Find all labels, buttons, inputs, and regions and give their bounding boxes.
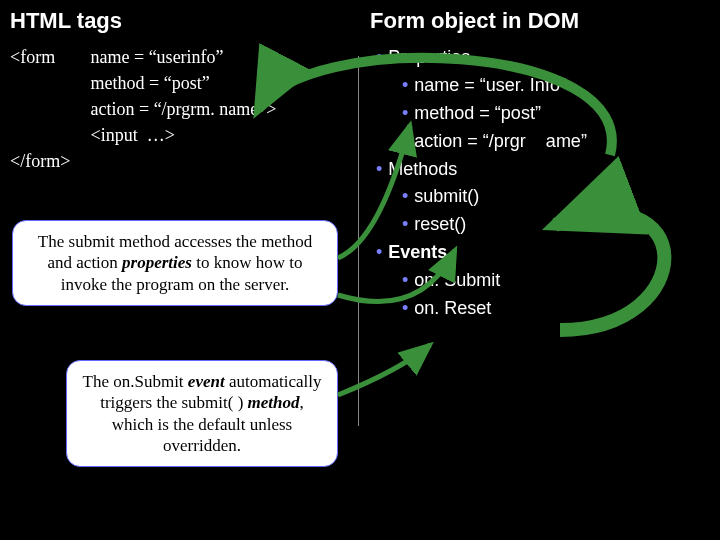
events-label: Events <box>388 242 447 262</box>
method-reset: reset() <box>414 214 466 234</box>
form-close-tag: </form> <box>10 148 348 174</box>
form-open-tag: <form <box>10 44 86 70</box>
method-submit: submit() <box>414 186 479 206</box>
dom-bullets: •Properties •name = “user. Info” •method… <box>370 44 710 323</box>
column-divider <box>358 56 359 426</box>
event-onsubmit: on. Submit <box>414 270 500 290</box>
callout-onsubmit-event: The on.Submit event automatically trigge… <box>66 360 338 467</box>
prop-action: action = “/prgr ame” <box>414 131 587 151</box>
prop-method: method = “post” <box>414 103 541 123</box>
attr-method: method = “post” <box>91 70 277 96</box>
attr-name: name = “userinfo” <box>91 44 277 70</box>
attr-action: action = “/prgrm. name”> <box>91 96 277 122</box>
code-block: <form name = “userinfo” method = “post” … <box>10 44 348 174</box>
prop-name: name = “user. Info” <box>414 75 566 95</box>
attr-input: <input …> <box>91 122 277 148</box>
callout-submit-properties: The submit method accesses the method an… <box>12 220 338 306</box>
event-onreset: on. Reset <box>414 298 491 318</box>
methods-label: Methods <box>388 159 457 179</box>
properties-label: Properties <box>388 47 470 67</box>
left-title: HTML tags <box>10 8 348 34</box>
right-title: Form object in DOM <box>370 8 710 34</box>
